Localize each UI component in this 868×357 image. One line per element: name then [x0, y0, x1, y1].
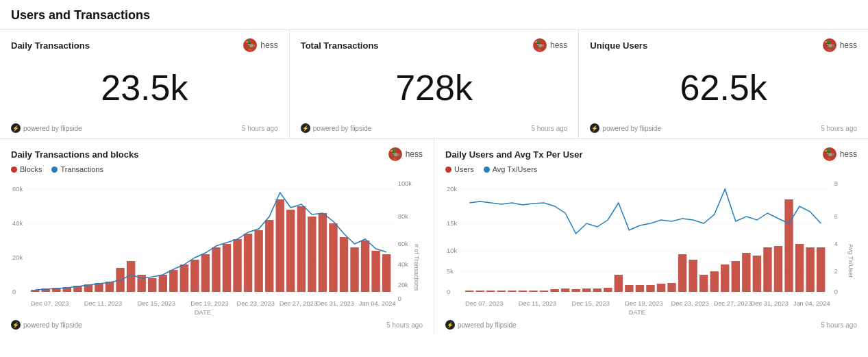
chart-panel-daily-tx-blocks: Daily Transactions and blocks 🦆 hess Blo…: [0, 139, 434, 335]
svg-rect-58: [625, 285, 633, 292]
svg-rect-21: [212, 247, 220, 292]
flipside-logo: ⚡: [11, 320, 21, 330]
svg-rect-57: [615, 275, 623, 292]
svg-rect-25: [254, 230, 262, 292]
svg-rect-69: [742, 253, 750, 292]
x-axis-title: DATE: [195, 309, 211, 316]
svg-rect-17: [169, 270, 177, 292]
metric-card-unique-users: Unique Users 🦆 hess 62.5k ⚡ powered by f…: [579, 30, 868, 138]
chart-footer-users-avg: ⚡ powered by flipside 5 hours ago: [445, 320, 857, 330]
svg-rect-65: [699, 275, 708, 292]
timestamp-chart-1: 5 hours ago: [386, 321, 423, 329]
svg-rect-47: [508, 291, 516, 292]
x-label-5: Dec 23, 2023: [671, 300, 709, 307]
svg-rect-45: [486, 291, 495, 292]
svg-rect-44: [476, 291, 484, 292]
svg-rect-61: [657, 284, 665, 292]
chart-title-tx-blocks: Daily Transactions and blocks: [11, 149, 138, 160]
svg-rect-24: [244, 234, 252, 292]
svg-rect-64: [689, 260, 697, 292]
legend-dot-transactions: [51, 167, 58, 173]
svg-rect-33: [340, 237, 348, 292]
legend-label-blocks: Blocks: [20, 165, 42, 173]
legend-item-transactions: Transactions: [51, 165, 103, 173]
svg-rect-75: [806, 247, 814, 292]
metric-title-total-tx: Total Transactions: [301, 40, 379, 51]
svg-rect-68: [732, 261, 740, 292]
svg-rect-59: [636, 285, 644, 292]
y-right-label: 2: [834, 268, 838, 275]
x-label-6: Dec 27, 2023: [714, 300, 752, 307]
svg-rect-36: [371, 251, 380, 292]
x-label-2: Dec 11, 2023: [519, 300, 556, 307]
svg-rect-30: [308, 217, 316, 292]
y-label: 40k: [12, 220, 23, 227]
svg-rect-55: [593, 288, 602, 292]
author-name: hess: [406, 149, 423, 159]
author-name: hess: [260, 40, 277, 50]
svg-rect-70: [753, 256, 761, 292]
svg-rect-51: [550, 289, 558, 292]
page-header: Users and Transactions: [0, 0, 868, 30]
author-avatar: 🦆: [388, 147, 402, 161]
y-axis-title-right-2: Avg Tx/User: [847, 244, 854, 278]
metric-card-daily-transactions: Daily Transactions 🦆 hess 23.5k ⚡ powere…: [0, 30, 290, 138]
y-right-label: 20k: [398, 282, 408, 288]
metric-header: Total Transactions 🦆 hess: [301, 38, 568, 52]
charts-row: Daily Transactions and blocks 🦆 hess Blo…: [0, 139, 868, 335]
svg-rect-20: [201, 254, 210, 292]
y-right-label: 40k: [398, 261, 408, 268]
svg-rect-66: [710, 271, 719, 292]
svg-rect-63: [678, 254, 686, 292]
x-label-1: Dec 07, 2023: [31, 300, 69, 307]
metric-author-total-tx: 🦆 hess: [533, 38, 567, 52]
x-label-5: Dec 23, 2023: [237, 300, 275, 307]
legend-dot-users: [445, 167, 451, 173]
x-label-2: Dec 11, 2023: [84, 300, 122, 307]
svg-rect-50: [540, 291, 548, 292]
timestamp-daily-tx: 5 hours ago: [242, 125, 278, 132]
chart-legend-users-avg: Users Avg Tx/Users: [445, 165, 857, 173]
y-label: 20k: [447, 186, 457, 193]
metric-author-unique-users: 🦆 hess: [823, 38, 857, 52]
svg-rect-53: [571, 289, 580, 292]
author-avatar: 🦆: [533, 38, 547, 52]
legend-label-users: Users: [454, 165, 474, 173]
y-right-label: 8: [834, 180, 838, 187]
y-label: 10k: [447, 247, 457, 254]
powered-by-daily-tx: ⚡ powered by flipside: [11, 123, 82, 133]
svg-rect-49: [529, 291, 537, 292]
timestamp-chart-2: 5 hours ago: [821, 321, 857, 329]
metric-value-total-tx: 728k: [301, 55, 568, 121]
svg-rect-28: [286, 210, 295, 292]
svg-rect-26: [265, 220, 273, 292]
metric-footer: ⚡ powered by flipside 5 hours ago: [590, 123, 857, 133]
y-right-label: 100k: [398, 180, 412, 187]
legend-item-blocks: Blocks: [11, 165, 42, 173]
y-right-label: 0: [834, 288, 838, 295]
flipside-logo: ⚡: [301, 123, 310, 133]
y-right-label: 4: [834, 241, 838, 247]
svg-rect-67: [721, 264, 729, 292]
x-label-3: Dec 15, 2023: [137, 300, 175, 307]
chart-svg-tx-blocks: 60k 40k 20k 0 100k 80k 60k 40k 20k 0 # o…: [11, 179, 423, 316]
svg-rect-27: [276, 199, 284, 292]
powered-by-unique-users: ⚡ powered by flipside: [590, 123, 661, 133]
y-right-label: 80k: [398, 213, 408, 220]
svg-rect-22: [223, 244, 231, 292]
timestamp-unique-users: 5 hours ago: [821, 125, 857, 132]
svg-rect-52: [561, 288, 569, 292]
author-name: hess: [840, 149, 857, 159]
author-avatar: 🦆: [823, 38, 836, 52]
chart-footer-tx-blocks: ⚡ powered by flipside 5 hours ago: [11, 320, 423, 330]
x-label-8: Jan 04, 2024: [793, 300, 830, 307]
y-label: 5k: [447, 268, 454, 275]
svg-rect-71: [763, 247, 771, 292]
svg-rect-73: [784, 199, 793, 292]
x-label-1: Dec 07, 2023: [465, 300, 503, 307]
metrics-row: Daily Transactions 🦆 hess 23.5k ⚡ powere…: [0, 30, 868, 139]
author-avatar: 🦆: [823, 147, 836, 161]
metric-author-daily-tx: 🦆 hess: [243, 38, 277, 52]
svg-rect-29: [297, 206, 306, 292]
chart-title-users-avg: Daily Users and Avg Tx Per User: [445, 149, 583, 160]
